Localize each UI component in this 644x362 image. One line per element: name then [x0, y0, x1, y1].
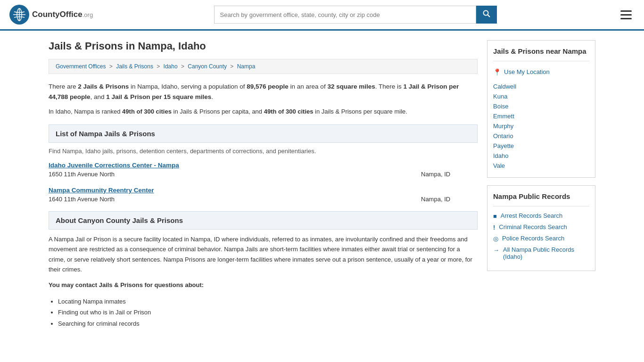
list-item: Locating Nampa inmates: [58, 296, 478, 307]
nearby-box: Jails & Prisons near Nampa 📍 Use My Loca…: [487, 40, 595, 178]
breadcrumb-link-3[interactable]: Idaho: [164, 63, 178, 70]
public-record-item-2: ! Criminal Records Search: [493, 223, 589, 231]
police-icon: ◎: [493, 235, 498, 242]
facility-address-1: 1650 11th Avenue North: [49, 171, 327, 178]
content-column: Jails & Prisons in Nampa, Idaho Governme…: [49, 40, 478, 329]
breadcrumb-link-5[interactable]: Nampa: [237, 63, 256, 70]
facility-link-1[interactable]: Idaho Juvenile Corrections Center - Namp…: [49, 162, 179, 169]
search-button[interactable]: [476, 6, 497, 24]
pin-icon: 📍: [493, 68, 501, 76]
facility-city-1: Nampa, ID: [421, 171, 478, 178]
arrest-icon: ■: [493, 213, 497, 220]
page-title: Jails & Prisons in Nampa, Idaho: [49, 40, 478, 52]
sidebar-city-murphy[interactable]: Murphy: [493, 121, 589, 131]
menu-bar-1: [620, 10, 632, 12]
sidebar-city-vale[interactable]: Vale: [493, 161, 589, 171]
breadcrumb-link-4[interactable]: Canyon County: [188, 63, 227, 70]
contact-list: Locating Nampa inmates Finding out who i…: [58, 296, 478, 329]
public-records-title: Nampa Public Records: [493, 192, 589, 200]
all-records-link[interactable]: All Nampa Public Records (Idaho): [503, 246, 589, 260]
facility-link-2[interactable]: Nampa Community Reentry Center: [49, 187, 154, 194]
sidebar: Jails & Prisons near Nampa 📍 Use My Loca…: [487, 40, 595, 329]
site-header: CountyOffice.org: [0, 0, 644, 31]
main-wrapper: Jails & Prisons in Nampa, Idaho Governme…: [39, 31, 605, 338]
search-input[interactable]: [214, 6, 476, 24]
menu-button[interactable]: [618, 8, 635, 22]
divider: [493, 61, 589, 61]
sidebar-city-caldwell[interactable]: Caldwell: [493, 82, 589, 91]
public-record-item-4: → All Nampa Public Records (Idaho): [493, 246, 589, 260]
nearby-title: Jails & Prisons near Nampa: [493, 47, 589, 55]
breadcrumb-link-1[interactable]: Government Offices: [56, 63, 106, 70]
all-records-icon: →: [493, 247, 499, 254]
summary-text: There are 2 Jails & Prisons in Nampa, Id…: [49, 82, 478, 102]
sidebar-city-ontario[interactable]: Ontario: [493, 131, 589, 141]
contact-header-text: You may contact Jails & Prisons for ques…: [49, 280, 478, 290]
facility-row-1: 1650 11th Avenue North Nampa, ID: [49, 171, 478, 178]
breadcrumb: Government Offices > Jails & Prisons > I…: [49, 59, 478, 74]
breadcrumb-link-2[interactable]: Jails & Prisons: [116, 63, 153, 70]
logo-area: CountyOffice.org: [9, 5, 93, 25]
list-description: Find Nampa, Idaho jails, prisons, detent…: [49, 148, 478, 155]
facility-address-2: 1640 11th Avenue North: [49, 196, 327, 203]
criminal-records-link[interactable]: Criminal Records Search: [499, 223, 567, 230]
list-item: Searching for criminal records: [58, 318, 478, 329]
public-record-item-3: ◎ Police Records Search: [493, 235, 589, 242]
sidebar-city-emmett[interactable]: Emmett: [493, 111, 589, 121]
about-paragraph: A Nampa Jail or Prison is a secure facil…: [49, 234, 478, 275]
menu-bar-2: [620, 14, 632, 16]
arrest-records-link[interactable]: Arrest Records Search: [501, 212, 563, 219]
summary-rank-text: In Idaho, Nampa is ranked 49th of 300 ci…: [49, 107, 478, 116]
divider-2: [493, 206, 589, 206]
list-item: Finding out who is in Jail or Prison: [58, 307, 478, 318]
sidebar-city-payette[interactable]: Payette: [493, 141, 589, 151]
criminal-icon: !: [493, 224, 495, 231]
logo-icon: [9, 5, 29, 25]
svg-point-4: [483, 11, 488, 16]
facility-row-2: 1640 11th Avenue North Nampa, ID: [49, 196, 478, 203]
about-section-header: About Canyon County Jails & Prisons: [49, 211, 478, 230]
facility-entry-2: Nampa Community Reentry Center 1640 11th…: [49, 186, 478, 203]
menu-bar-3: [620, 18, 632, 19]
sidebar-city-kuna[interactable]: Kuna: [493, 91, 589, 101]
logo-text: CountyOffice.org: [32, 10, 93, 19]
public-record-item-1: ■ Arrest Records Search: [493, 212, 589, 220]
list-section-header: List of Nampa Jails & Prisons: [49, 124, 478, 143]
police-records-link[interactable]: Police Records Search: [502, 235, 564, 242]
sidebar-city-idaho[interactable]: Idaho: [493, 151, 589, 161]
facility-entry-1: Idaho Juvenile Corrections Center - Namp…: [49, 161, 478, 178]
public-records-box: Nampa Public Records ■ Arrest Records Se…: [487, 185, 595, 271]
use-location-row: 📍 Use My Location: [493, 67, 589, 77]
use-location-link[interactable]: Use My Location: [504, 67, 550, 77]
search-area: [214, 6, 497, 24]
sidebar-city-boise[interactable]: Boise: [493, 101, 589, 111]
facility-city-2: Nampa, ID: [421, 196, 478, 203]
svg-line-5: [487, 15, 490, 17]
